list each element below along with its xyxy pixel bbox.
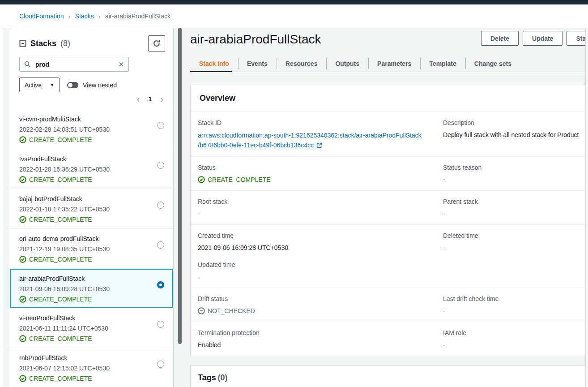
stack-name: vi-cvm-prodMultiStack — [19, 115, 164, 123]
iam-role-value: - — [443, 340, 588, 349]
tab[interactable]: Template — [420, 56, 465, 72]
stack-list-item[interactable]: vi-neoProdFullStack 2021-06-11 11:11:24 … — [10, 308, 173, 348]
tab[interactable]: Stack info — [190, 56, 238, 72]
breadcrumb-current-stack: air-arabiaProdFullStack — [105, 13, 170, 20]
tags-heading: Tags (0) — [198, 373, 588, 383]
stack-status: CREATE_COMPLETE — [19, 215, 164, 224]
stack-action-buttons: DeleteUpdateStack actions — [481, 31, 588, 46]
breadcrumb-cloudformation[interactable]: CloudFormation — [19, 13, 64, 20]
drift-status-value: NOT_CHECKED — [198, 306, 443, 315]
page-number[interactable]: 1 — [149, 95, 152, 103]
description-label: Description — [443, 118, 588, 127]
tab[interactable]: Outputs — [326, 56, 368, 72]
filter-selected-value: Active — [25, 82, 42, 89]
breadcrumb-stacks[interactable]: Stacks — [75, 13, 94, 20]
stack-status: CREATE_COMPLETE — [19, 136, 164, 144]
stack-status: CREATE_COMPLETE — [19, 176, 164, 184]
tab[interactable]: Change sets — [465, 56, 520, 72]
next-page-icon[interactable]: › — [160, 95, 163, 103]
termination-protection-label: Termination protection — [198, 328, 443, 337]
aws-top-nav-bar — [0, 0, 588, 4]
tags-title: Tags — [198, 373, 216, 382]
clear-search-icon[interactable]: ✕ — [118, 61, 124, 68]
browser-scrollbar[interactable] — [585, 28, 588, 387]
termination-protection-value: Enabled — [198, 340, 443, 349]
stack-list-item[interactable]: rnbProdFullStack 2021-06-07 12:15:02 UTC… — [10, 348, 173, 387]
deleted-time-label: Deleted time — [443, 231, 588, 240]
stack-status-filter-select[interactable]: Active ▼ — [19, 77, 60, 92]
stack-list: vi-cvm-prodMultiStack 2022-02-28 14:03:5… — [10, 109, 173, 387]
stack-created-time: 2021-06-07 12:15:02 UTC+0530 — [19, 364, 164, 372]
tab[interactable]: Parameters — [368, 56, 420, 72]
stack-search-input[interactable] — [34, 60, 115, 69]
stack-list-item[interactable]: bajaj-botProdFullStack 2022-01-18 17:35:… — [10, 189, 173, 229]
check-circle-icon — [19, 335, 26, 342]
view-nested-toggle-group[interactable]: View nested — [67, 82, 117, 89]
stack-created-time: 2022-02-28 14:03:51 UTC+0530 — [19, 125, 164, 133]
status-reason-label: Status reason — [443, 163, 588, 172]
stack-id-label: Stack ID — [198, 118, 443, 127]
stack-list-item[interactable]: vi-cvm-prodMultiStack 2022-02-28 14:03:5… — [10, 109, 173, 149]
collapsed-side-nav — [0, 4, 3, 387]
last-drift-check-label: Last drift check time — [443, 294, 588, 303]
stack-created-time: 2022-01-20 16:36:29 UTC+0530 — [19, 165, 164, 173]
sidebar-scrollbar[interactable] — [178, 28, 182, 344]
collapse-panel-icon[interactable] — [19, 40, 26, 47]
stacks-panel: Stacks (8) ✕ Active ▼ View nested ‹ 1 — [10, 28, 174, 387]
action-button[interactable]: Delete — [481, 31, 519, 46]
stack-search-box: ✕ — [19, 57, 129, 72]
stack-list-item[interactable]: tvsProdFullStack 2022-01-20 16:36:29 UTC… — [10, 149, 173, 189]
stack-radio[interactable] — [157, 202, 164, 209]
stack-radio[interactable] — [157, 361, 164, 368]
external-link-icon — [316, 142, 322, 148]
stack-radio[interactable] — [157, 241, 164, 249]
view-nested-label: View nested — [83, 82, 117, 89]
stack-radio[interactable] — [157, 281, 164, 288]
tags-count: (0) — [218, 373, 228, 382]
stack-name: tvsProdFullStack — [19, 155, 164, 163]
stack-list-item[interactable]: ori-auto-demo-prodFullStack 2021-12-19 1… — [10, 229, 173, 269]
chevron-right-icon: › — [68, 13, 71, 20]
stack-created-time: 2021-09-06 16:09:28 UTC+0530 — [19, 285, 164, 293]
description-value: Deploy full stack with all nested stack … — [443, 130, 588, 139]
stack-radio[interactable] — [157, 321, 164, 328]
refresh-button[interactable] — [148, 35, 165, 52]
overview-card: Overview Stack ID arn:aws:cloudformation… — [190, 85, 588, 356]
stack-name: air-arabiaProdFullStack — [19, 275, 164, 283]
deleted-time-value: - — [443, 243, 588, 252]
chevron-down-icon: ▼ — [50, 83, 54, 87]
stack-list-item[interactable]: air-arabiaProdFullStack 2021-09-06 16:09… — [10, 269, 173, 308]
overview-row-4: Created time 2021-09-06 16:09:28 UTC+053… — [191, 225, 588, 288]
refresh-icon — [153, 39, 161, 47]
status-label: Status — [198, 163, 443, 172]
stack-radio[interactable] — [157, 122, 164, 129]
overview-row-2: Status CREATE_COMPLETE Status reason - — [191, 157, 588, 191]
tab[interactable]: Resources — [277, 56, 327, 72]
overview-row-5: Drift status NOT_CHECKED Last drift chec… — [191, 288, 588, 322]
stack-status: CREATE_COMPLETE — [19, 255, 164, 263]
stack-name: vi-neoProdFullStack — [19, 314, 164, 322]
stack-status: CREATE_COMPLETE — [19, 374, 164, 383]
updated-time-label: Updated time — [198, 260, 443, 269]
check-circle-icon — [19, 136, 26, 143]
stack-name: ori-auto-demo-prodFullStack — [19, 235, 164, 243]
stack-status: CREATE_COMPLETE — [19, 335, 164, 343]
updated-time-value: - — [198, 272, 443, 281]
main-content: air-arabiaProdFullStack DeleteUpdateStac… — [190, 28, 588, 387]
stack-name: rnbProdFullStack — [19, 354, 164, 362]
tags-card: Tags (0) Stack-level tags will apply to … — [190, 366, 588, 387]
action-button[interactable]: Update — [523, 31, 562, 46]
tab[interactable]: Events — [238, 56, 277, 72]
overview-title: Overview — [200, 94, 235, 103]
stack-id-link[interactable]: arn:aws:cloudformation:ap-south-1:921625… — [198, 130, 439, 150]
stack-created-time: 2021-06-11 11:11:24 UTC+0530 — [19, 324, 164, 332]
previous-page-icon[interactable]: ‹ — [137, 95, 140, 103]
check-circle-icon — [19, 375, 26, 382]
action-button[interactable]: Stack actions — [567, 31, 588, 46]
overview-row-6: Termination protection Enabled IAM role … — [191, 322, 588, 356]
status-reason-value: - — [443, 175, 588, 184]
stack-radio[interactable] — [157, 162, 164, 169]
view-nested-toggle[interactable] — [67, 82, 78, 88]
overview-row-3: Root stack - Parent stack - — [191, 191, 588, 225]
check-circle-icon — [19, 256, 26, 263]
